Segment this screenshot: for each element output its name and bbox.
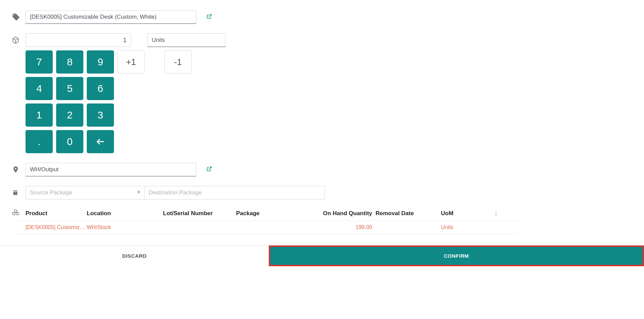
package-row [12,186,644,200]
svg-line-3 [209,167,211,169]
location-row [12,163,644,176]
product-row [12,10,644,24]
key-1[interactable]: 1 [26,103,53,127]
td-product: [DESK0005] Customiz… [26,224,87,230]
table-options-icon[interactable]: ⋮ [489,210,499,217]
map-marker-icon [12,166,26,173]
key-3[interactable]: 3 [87,103,114,127]
quantity-row [12,33,644,47]
th-removal[interactable]: Removal Date [372,210,441,217]
discard-button[interactable]: DISCARD [0,245,269,266]
table-row[interactable]: [DESK0005] Customiz… WH/Stock 199.00 Uni… [12,221,519,234]
numeric-keypad: 7 8 9 +1 -1 4 5 6 1 2 3 . 0 [26,50,644,153]
key-4[interactable]: 4 [26,77,53,100]
key-minus1[interactable]: -1 [164,50,192,74]
key-0[interactable]: 0 [56,130,83,153]
key-9[interactable]: 9 [87,50,114,74]
source-package-input[interactable] [26,186,144,199]
location-input[interactable] [26,163,196,176]
key-5[interactable]: 5 [56,77,83,100]
key-backspace[interactable] [87,130,114,153]
td-onhand: 199.00 [318,224,372,230]
stock-table: Product Location Lot/Serial Number Packa… [12,206,519,234]
th-lot[interactable]: Lot/Serial Number [163,210,236,217]
cubes-icon [12,209,26,218]
th-location[interactable]: Location [87,210,163,217]
svg-line-0 [209,14,211,17]
table-header-row: Product Location Lot/Serial Number Packa… [12,206,519,221]
cube-icon [12,36,26,44]
key-dot[interactable]: . [26,130,53,153]
quantity-input[interactable] [26,33,131,47]
key-2[interactable]: 2 [56,103,83,127]
tags-icon [12,13,26,21]
footer-bar: DISCARD CONFIRM [0,245,644,266]
arrow-right-icon[interactable] [134,189,141,197]
location-external-link-icon[interactable] [207,166,212,173]
confirm-button[interactable]: CONFIRM [269,245,644,266]
th-onhand[interactable]: On Hand Quantity [318,210,372,217]
th-package[interactable]: Package [236,210,318,217]
uom-input[interactable] [147,33,226,47]
td-location: WH/Stock [87,224,163,230]
archive-icon [12,189,26,196]
key-6[interactable]: 6 [87,77,114,100]
th-product[interactable]: Product [26,210,87,217]
th-uom[interactable]: UoM [441,210,489,217]
destination-package-input[interactable] [145,186,325,200]
key-plus1[interactable]: +1 [117,50,145,74]
product-external-link-icon[interactable] [207,14,212,20]
product-input[interactable] [26,10,196,24]
key-8[interactable]: 8 [56,50,83,74]
key-7[interactable]: 7 [26,50,53,74]
td-uom: Units [441,224,489,230]
